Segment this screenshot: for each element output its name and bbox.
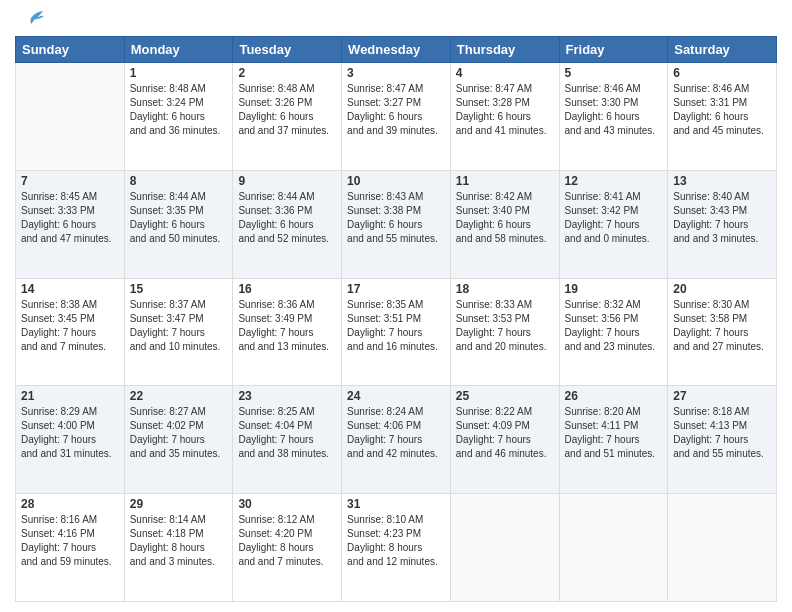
daylight-minutes: and and 52 minutes. <box>238 232 336 246</box>
daylight-minutes: and and 10 minutes. <box>130 340 228 354</box>
daylight-minutes: and and 0 minutes. <box>565 232 663 246</box>
daylight-label: Daylight: 6 hours <box>21 218 119 232</box>
day-number: 13 <box>673 174 771 188</box>
day-number: 16 <box>238 282 336 296</box>
sunrise-text: Sunrise: 8:24 AM <box>347 405 445 419</box>
daylight-label: Daylight: 7 hours <box>565 433 663 447</box>
calendar-cell: 28Sunrise: 8:16 AMSunset: 4:16 PMDayligh… <box>16 494 125 602</box>
daylight-minutes: and and 20 minutes. <box>456 340 554 354</box>
sunset-text: Sunset: 3:35 PM <box>130 204 228 218</box>
calendar-week-row: 1Sunrise: 8:48 AMSunset: 3:24 PMDaylight… <box>16 63 777 171</box>
calendar-cell: 20Sunrise: 8:30 AMSunset: 3:58 PMDayligh… <box>668 278 777 386</box>
daylight-label: Daylight: 7 hours <box>565 326 663 340</box>
daylight-label: Daylight: 6 hours <box>565 110 663 124</box>
daylight-label: Daylight: 7 hours <box>565 218 663 232</box>
day-number: 11 <box>456 174 554 188</box>
sunrise-text: Sunrise: 8:48 AM <box>238 82 336 96</box>
daylight-label: Daylight: 7 hours <box>238 326 336 340</box>
calendar-cell: 4Sunrise: 8:47 AMSunset: 3:28 PMDaylight… <box>450 63 559 171</box>
daylight-label: Daylight: 6 hours <box>673 110 771 124</box>
calendar-cell: 15Sunrise: 8:37 AMSunset: 3:47 PMDayligh… <box>124 278 233 386</box>
sunrise-text: Sunrise: 8:12 AM <box>238 513 336 527</box>
calendar-cell: 6Sunrise: 8:46 AMSunset: 3:31 PMDaylight… <box>668 63 777 171</box>
daylight-minutes: and and 42 minutes. <box>347 447 445 461</box>
sunrise-text: Sunrise: 8:10 AM <box>347 513 445 527</box>
calendar-cell: 9Sunrise: 8:44 AMSunset: 3:36 PMDaylight… <box>233 170 342 278</box>
daylight-minutes: and and 59 minutes. <box>21 555 119 569</box>
day-number: 12 <box>565 174 663 188</box>
daylight-minutes: and and 31 minutes. <box>21 447 119 461</box>
calendar-cell: 12Sunrise: 8:41 AMSunset: 3:42 PMDayligh… <box>559 170 668 278</box>
day-number: 20 <box>673 282 771 296</box>
day-number: 8 <box>130 174 228 188</box>
daylight-label: Daylight: 6 hours <box>347 218 445 232</box>
daylight-minutes: and and 38 minutes. <box>238 447 336 461</box>
day-number: 6 <box>673 66 771 80</box>
daylight-label: Daylight: 7 hours <box>456 326 554 340</box>
day-number: 31 <box>347 497 445 511</box>
calendar-cell: 30Sunrise: 8:12 AMSunset: 4:20 PMDayligh… <box>233 494 342 602</box>
weekday-header: Monday <box>124 37 233 63</box>
sunrise-text: Sunrise: 8:40 AM <box>673 190 771 204</box>
calendar-cell: 13Sunrise: 8:40 AMSunset: 3:43 PMDayligh… <box>668 170 777 278</box>
daylight-minutes: and and 23 minutes. <box>565 340 663 354</box>
sunset-text: Sunset: 4:02 PM <box>130 419 228 433</box>
daylight-label: Daylight: 6 hours <box>130 218 228 232</box>
calendar-cell: 11Sunrise: 8:42 AMSunset: 3:40 PMDayligh… <box>450 170 559 278</box>
weekday-header: Wednesday <box>342 37 451 63</box>
sunrise-text: Sunrise: 8:16 AM <box>21 513 119 527</box>
sunset-text: Sunset: 4:00 PM <box>21 419 119 433</box>
sunset-text: Sunset: 3:31 PM <box>673 96 771 110</box>
calendar-cell: 19Sunrise: 8:32 AMSunset: 3:56 PMDayligh… <box>559 278 668 386</box>
sunrise-text: Sunrise: 8:44 AM <box>238 190 336 204</box>
sunrise-text: Sunrise: 8:35 AM <box>347 298 445 312</box>
logo-bird-icon <box>17 10 45 32</box>
sunset-text: Sunset: 3:43 PM <box>673 204 771 218</box>
day-number: 21 <box>21 389 119 403</box>
daylight-label: Daylight: 7 hours <box>21 326 119 340</box>
daylight-label: Daylight: 8 hours <box>238 541 336 555</box>
sunset-text: Sunset: 4:06 PM <box>347 419 445 433</box>
weekday-header: Thursday <box>450 37 559 63</box>
calendar-cell: 26Sunrise: 8:20 AMSunset: 4:11 PMDayligh… <box>559 386 668 494</box>
calendar-table: SundayMondayTuesdayWednesdayThursdayFrid… <box>15 36 777 602</box>
daylight-minutes: and and 39 minutes. <box>347 124 445 138</box>
daylight-minutes: and and 55 minutes. <box>673 447 771 461</box>
sunset-text: Sunset: 4:13 PM <box>673 419 771 433</box>
weekday-header: Sunday <box>16 37 125 63</box>
sunrise-text: Sunrise: 8:14 AM <box>130 513 228 527</box>
daylight-label: Daylight: 7 hours <box>238 433 336 447</box>
calendar-cell: 16Sunrise: 8:36 AMSunset: 3:49 PMDayligh… <box>233 278 342 386</box>
sunset-text: Sunset: 3:58 PM <box>673 312 771 326</box>
daylight-minutes: and and 45 minutes. <box>673 124 771 138</box>
daylight-minutes: and and 51 minutes. <box>565 447 663 461</box>
calendar-cell: 8Sunrise: 8:44 AMSunset: 3:35 PMDaylight… <box>124 170 233 278</box>
logo <box>15 10 45 28</box>
daylight-minutes: and and 43 minutes. <box>565 124 663 138</box>
sunset-text: Sunset: 3:45 PM <box>21 312 119 326</box>
calendar-week-row: 21Sunrise: 8:29 AMSunset: 4:00 PMDayligh… <box>16 386 777 494</box>
sunset-text: Sunset: 3:33 PM <box>21 204 119 218</box>
calendar-cell: 31Sunrise: 8:10 AMSunset: 4:23 PMDayligh… <box>342 494 451 602</box>
sunset-text: Sunset: 4:18 PM <box>130 527 228 541</box>
sunset-text: Sunset: 3:53 PM <box>456 312 554 326</box>
daylight-minutes: and and 13 minutes. <box>238 340 336 354</box>
sunrise-text: Sunrise: 8:45 AM <box>21 190 119 204</box>
sunrise-text: Sunrise: 8:46 AM <box>565 82 663 96</box>
day-number: 19 <box>565 282 663 296</box>
sunset-text: Sunset: 4:20 PM <box>238 527 336 541</box>
weekday-header: Saturday <box>668 37 777 63</box>
sunset-text: Sunset: 3:56 PM <box>565 312 663 326</box>
sunrise-text: Sunrise: 8:46 AM <box>673 82 771 96</box>
calendar-cell <box>16 63 125 171</box>
sunrise-text: Sunrise: 8:48 AM <box>130 82 228 96</box>
sunset-text: Sunset: 3:47 PM <box>130 312 228 326</box>
calendar-cell: 3Sunrise: 8:47 AMSunset: 3:27 PMDaylight… <box>342 63 451 171</box>
calendar-cell: 18Sunrise: 8:33 AMSunset: 3:53 PMDayligh… <box>450 278 559 386</box>
daylight-minutes: and and 47 minutes. <box>21 232 119 246</box>
logo-text-block <box>15 10 45 28</box>
sunset-text: Sunset: 3:27 PM <box>347 96 445 110</box>
day-number: 3 <box>347 66 445 80</box>
day-number: 22 <box>130 389 228 403</box>
sunrise-text: Sunrise: 8:22 AM <box>456 405 554 419</box>
